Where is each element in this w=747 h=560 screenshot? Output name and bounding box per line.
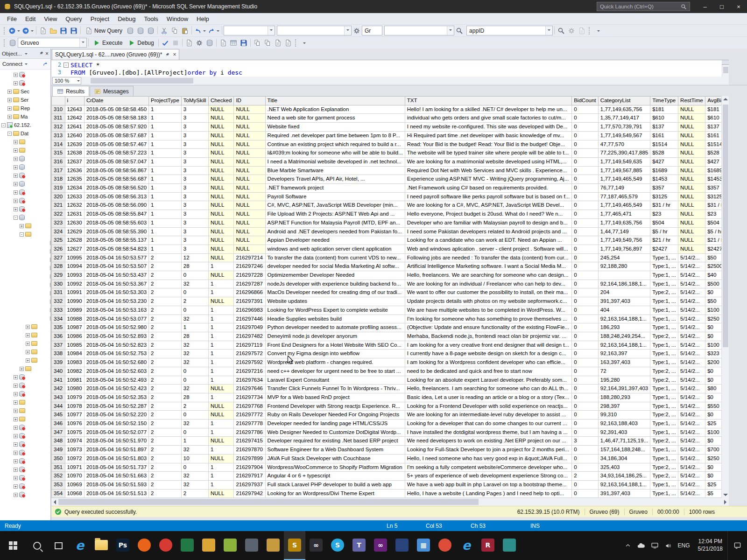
grid-cell[interactable]: 0: [572, 332, 599, 341]
grid-cell[interactable]: 216297287: [234, 280, 265, 288]
grid-cell[interactable]: need c++ developer for urgent need to be…: [265, 367, 405, 376]
grid-cell[interactable]: 77,225,390,417,885: [598, 149, 650, 158]
grid-cell[interactable]: 1: [149, 201, 182, 210]
grid-cell[interactable]: 1: [149, 105, 182, 114]
grid-cell[interactable]: NULL: [678, 218, 705, 227]
expand-icon[interactable]: +: [50, 283, 50, 287]
grid-cell[interactable]: 92,164,186,188,1...: [598, 280, 650, 288]
grid-cell[interactable]: 2: [149, 253, 182, 262]
appid-combo[interactable]: appID: [466, 26, 553, 35]
column-header-timetype[interactable]: TimeType: [650, 97, 678, 105]
grid-cell[interactable]: Type:1, ...: [650, 480, 678, 489]
grid-cell[interactable]: Type:1, ...: [650, 489, 678, 498]
grid-cell[interactable]: 0: [572, 184, 599, 193]
grid-cell[interactable]: 0: [572, 288, 599, 297]
grid-cell[interactable]: 0: [572, 166, 599, 175]
filter-button[interactable]: [352, 26, 362, 36]
grid-cell[interactable]: Looking for a developer that can do some…: [405, 420, 571, 428]
tree-item[interactable]: +: [0, 238, 50, 247]
taskbar-icon-teams[interactable]: T: [348, 531, 370, 560]
grid-cell[interactable]: 188,280,293: [598, 393, 650, 402]
grid-cell[interactable]: I&#039;m looking for someone who will be…: [265, 149, 405, 158]
grid-cell[interactable]: 216297942: [234, 489, 265, 498]
grid-cell[interactable]: NULL: [208, 131, 234, 140]
grid-cell[interactable]: 2018-05-05 08:58:56.090: [84, 201, 148, 210]
grid-vscrollbar[interactable]: [721, 96, 729, 498]
grid-cell[interactable]: 216297592: [234, 358, 265, 367]
tree-item[interactable]: +: [0, 264, 50, 272]
pin-icon[interactable]: [39, 51, 44, 56]
grid-cell[interactable]: 10969: [65, 480, 84, 489]
taskbar-icon-calculator[interactable]: ▦: [413, 531, 434, 560]
maximize-button[interactable]: □: [713, 0, 730, 13]
grid-cell[interactable]: NULL: [234, 201, 265, 210]
grid-cell[interactable]: 216297415: [234, 437, 265, 446]
grid-cell[interactable]: 2018-05-04 16:50:52.680: [84, 358, 148, 367]
new-database-engine-query-button[interactable]: [125, 26, 135, 36]
grid-cell[interactable]: NULL: [234, 236, 265, 245]
grid-cell[interactable]: 5/14/2...: [678, 367, 705, 376]
grid-cell[interactable]: 12640: [65, 131, 84, 140]
grid-cell[interactable]: 2018-05-05 08:58:56.313: [84, 192, 148, 201]
grid-cell[interactable]: 1,77,149,549,756: [598, 236, 650, 245]
grid-cell[interactable]: Developer required for existing .Net bas…: [265, 437, 405, 446]
row-header[interactable]: 331: [52, 288, 65, 297]
grid-cell[interactable]: 10991: [65, 288, 84, 297]
grid-cell[interactable]: 5/14/2...: [678, 341, 705, 350]
tree-item[interactable]: +: [0, 440, 50, 448]
grid-cell[interactable]: 32: [181, 341, 208, 350]
editor-hscrollbar[interactable]: [83, 77, 727, 84]
tree-item-62152[interactable]: -62.152.: [0, 121, 50, 129]
grid-cell[interactable]: 12642: [65, 114, 84, 123]
grid-cell[interactable]: 1: [208, 288, 234, 297]
row-header[interactable]: 334: [52, 315, 65, 323]
grid-cell[interactable]: 1,77,149,756,897: [598, 245, 650, 253]
grid-cell[interactable]: 10980: [65, 385, 84, 393]
grid-cell[interactable]: 32: [181, 420, 208, 428]
grid-cell[interactable]: 5/14/2...: [678, 306, 705, 315]
grid-cell[interactable]: 1: [208, 472, 234, 481]
grid-cell[interactable]: 10984: [65, 350, 84, 358]
outdent-button[interactable]: [273, 38, 283, 48]
taskbar-icon-visual-studio[interactable]: ∞: [370, 531, 391, 560]
tree-item[interactable]: +: [0, 423, 50, 432]
grid-cell[interactable]: I need some Pakistan developers related …: [405, 227, 571, 236]
grid-cell[interactable]: 1: [149, 123, 182, 132]
grid-cell[interactable]: 3: [181, 114, 208, 123]
grid-cell[interactable]: 3: [181, 166, 208, 175]
scrollbar-thumb[interactable]: [91, 78, 193, 84]
grid-cell[interactable]: 1: [208, 350, 234, 358]
grid-cell[interactable]: 1: [208, 376, 234, 385]
grid-cell[interactable]: 1: [208, 480, 234, 489]
row-header[interactable]: 324: [52, 227, 65, 236]
grid-cell[interactable]: 1: [149, 236, 182, 245]
chevron-down-icon[interactable]: [447, 26, 454, 35]
row-header[interactable]: 316: [52, 157, 65, 166]
grid-cell[interactable]: 1: [149, 184, 182, 193]
row-header[interactable]: 326: [52, 245, 65, 253]
grid-cell[interactable]: 2018-05-04 16:50:53.507: [84, 262, 148, 271]
quick-launch-input[interactable]: Quick Launch (Ctrl+Q): [597, 2, 690, 11]
grid-cell[interactable]: 2: [181, 297, 208, 306]
grid-cell[interactable]: 216297870: [234, 446, 265, 455]
expand-icon[interactable]: +: [14, 157, 18, 161]
expand-icon[interactable]: +: [26, 333, 30, 337]
grid-cell[interactable]: 2: [149, 262, 182, 271]
row-header[interactable]: 342: [52, 385, 65, 393]
tree-item[interactable]: +: [0, 373, 50, 381]
grid-cell[interactable]: Ruby on Rails Developer Needed For Ongoi…: [265, 411, 405, 420]
grid-cell[interactable]: NULL: [208, 192, 234, 201]
minimize-button[interactable]: –: [697, 0, 713, 13]
toolbar-combo-3[interactable]: [384, 26, 454, 35]
grid-cell[interactable]: 2: [149, 280, 182, 288]
grid-cell[interactable]: 1: [149, 210, 182, 219]
column-header-projecttype[interactable]: ProjectType: [149, 97, 182, 105]
grid-cell[interactable]: 10972: [65, 454, 84, 463]
row-header[interactable]: 328: [52, 262, 65, 271]
grid-cell[interactable]: I currently have a 8-page website design…: [405, 350, 571, 358]
expand-icon[interactable]: +: [14, 182, 18, 186]
expand-icon[interactable]: +: [7, 98, 12, 102]
grid-cell[interactable]: 10995: [65, 253, 84, 262]
grid-cell[interactable]: 0: [572, 420, 599, 428]
grid-cell[interactable]: 216297778: [234, 420, 265, 428]
